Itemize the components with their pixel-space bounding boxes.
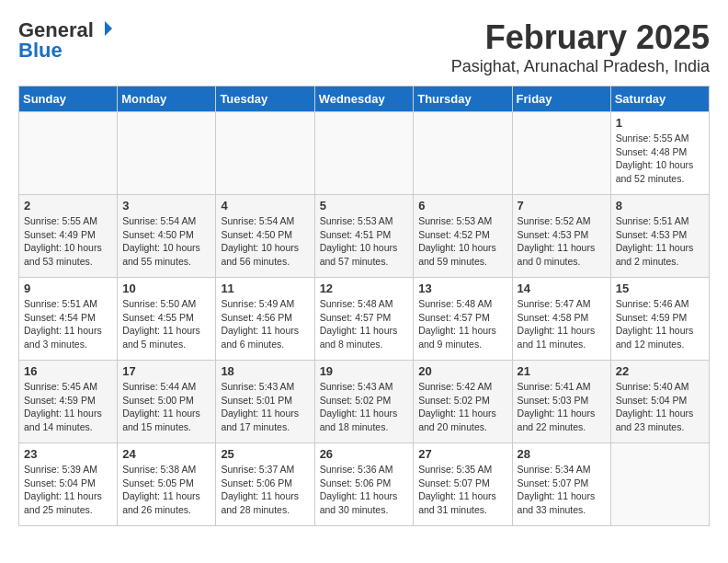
day-info: Sunrise: 5:46 AM Sunset: 4:59 PM Dayligh… (616, 297, 704, 351)
calendar-cell (610, 443, 709, 526)
calendar-week-row: 23Sunrise: 5:39 AM Sunset: 5:04 PM Dayli… (19, 443, 710, 526)
calendar-cell: 24Sunrise: 5:38 AM Sunset: 5:05 PM Dayli… (118, 443, 216, 526)
day-number: 15 (616, 282, 704, 295)
calendar-cell: 26Sunrise: 5:36 AM Sunset: 5:06 PM Dayli… (314, 443, 414, 526)
day-info: Sunrise: 5:36 AM Sunset: 5:06 PM Dayligh… (320, 463, 409, 517)
calendar-cell: 5Sunrise: 5:53 AM Sunset: 4:51 PM Daylig… (314, 195, 414, 278)
weekday-header-monday: Monday (118, 86, 216, 112)
calendar-cell: 28Sunrise: 5:34 AM Sunset: 5:07 PM Dayli… (512, 443, 610, 526)
location-title: Pasighat, Arunachal Pradesh, India (451, 57, 710, 76)
calendar-cell: 3Sunrise: 5:54 AM Sunset: 4:50 PM Daylig… (118, 195, 216, 278)
day-number: 4 (221, 199, 309, 213)
month-title: February 2025 (451, 18, 710, 57)
calendar-cell: 1Sunrise: 5:55 AM Sunset: 4:48 PM Daylig… (610, 112, 709, 195)
weekday-header-saturday: Saturday (610, 86, 709, 112)
calendar-cell: 7Sunrise: 5:52 AM Sunset: 4:53 PM Daylig… (512, 195, 610, 278)
calendar-cell (118, 112, 216, 195)
day-info: Sunrise: 5:35 AM Sunset: 5:07 PM Dayligh… (418, 463, 506, 517)
weekday-header-thursday: Thursday (414, 86, 512, 112)
calendar-cell (414, 112, 512, 195)
day-number: 20 (418, 364, 506, 378)
day-number: 7 (518, 199, 606, 213)
day-number: 21 (518, 364, 606, 378)
day-number: 5 (320, 199, 409, 213)
calendar-cell (512, 112, 610, 195)
day-info: Sunrise: 5:41 AM Sunset: 5:03 PM Dayligh… (518, 380, 606, 434)
svg-marker-0 (105, 21, 112, 36)
day-info: Sunrise: 5:47 AM Sunset: 4:58 PM Dayligh… (518, 297, 606, 351)
day-number: 12 (320, 282, 409, 295)
calendar-cell: 20Sunrise: 5:42 AM Sunset: 5:02 PM Dayli… (414, 361, 512, 443)
logo: General Blue (18, 18, 113, 63)
day-info: Sunrise: 5:51 AM Sunset: 4:54 PM Dayligh… (24, 297, 112, 351)
calendar-cell: 17Sunrise: 5:44 AM Sunset: 5:00 PM Dayli… (118, 361, 216, 443)
day-number: 13 (418, 282, 506, 295)
calendar-week-row: 1Sunrise: 5:55 AM Sunset: 4:48 PM Daylig… (19, 112, 710, 195)
calendar-cell (216, 112, 314, 195)
calendar-week-row: 9Sunrise: 5:51 AM Sunset: 4:54 PM Daylig… (19, 278, 710, 361)
calendar-cell (314, 112, 414, 195)
day-info: Sunrise: 5:34 AM Sunset: 5:07 PM Dayligh… (518, 463, 606, 517)
calendar-cell: 2Sunrise: 5:55 AM Sunset: 4:49 PM Daylig… (19, 195, 118, 278)
logo-flag-icon (97, 20, 113, 40)
day-number: 25 (221, 447, 309, 461)
day-info: Sunrise: 5:43 AM Sunset: 5:01 PM Dayligh… (221, 380, 309, 434)
calendar-week-row: 16Sunrise: 5:45 AM Sunset: 4:59 PM Dayli… (19, 361, 710, 443)
day-number: 24 (122, 447, 210, 461)
day-number: 19 (320, 364, 409, 378)
day-info: Sunrise: 5:54 AM Sunset: 4:50 PM Dayligh… (122, 214, 210, 269)
day-number: 23 (24, 447, 112, 461)
day-number: 8 (616, 199, 704, 213)
calendar-cell: 10Sunrise: 5:50 AM Sunset: 4:55 PM Dayli… (118, 278, 216, 361)
day-info: Sunrise: 5:54 AM Sunset: 4:50 PM Dayligh… (221, 214, 309, 269)
calendar-cell: 9Sunrise: 5:51 AM Sunset: 4:54 PM Daylig… (19, 278, 118, 361)
day-info: Sunrise: 5:48 AM Sunset: 4:57 PM Dayligh… (320, 297, 409, 351)
day-number: 2 (24, 199, 112, 213)
day-info: Sunrise: 5:42 AM Sunset: 5:02 PM Dayligh… (418, 380, 506, 434)
page-header: General Blue February 2025 Pasighat, Aru… (18, 18, 710, 76)
calendar-cell: 19Sunrise: 5:43 AM Sunset: 5:02 PM Dayli… (314, 361, 414, 443)
day-info: Sunrise: 5:39 AM Sunset: 5:04 PM Dayligh… (24, 463, 112, 517)
day-number: 11 (221, 282, 309, 295)
day-number: 28 (518, 447, 606, 461)
calendar-cell: 4Sunrise: 5:54 AM Sunset: 4:50 PM Daylig… (216, 195, 314, 278)
day-number: 3 (122, 199, 210, 213)
calendar-cell: 6Sunrise: 5:53 AM Sunset: 4:52 PM Daylig… (414, 195, 512, 278)
calendar-week-row: 2Sunrise: 5:55 AM Sunset: 4:49 PM Daylig… (19, 195, 710, 278)
day-number: 6 (418, 199, 506, 213)
day-number: 18 (221, 364, 309, 378)
calendar-table: SundayMondayTuesdayWednesdayThursdayFrid… (18, 86, 710, 526)
day-info: Sunrise: 5:44 AM Sunset: 5:00 PM Dayligh… (122, 380, 210, 434)
day-number: 10 (122, 282, 210, 295)
calendar-cell: 13Sunrise: 5:48 AM Sunset: 4:57 PM Dayli… (414, 278, 512, 361)
day-info: Sunrise: 5:53 AM Sunset: 4:51 PM Dayligh… (320, 214, 409, 269)
day-number: 9 (24, 282, 112, 295)
calendar-cell: 14Sunrise: 5:47 AM Sunset: 4:58 PM Dayli… (512, 278, 610, 361)
calendar-cell: 16Sunrise: 5:45 AM Sunset: 4:59 PM Dayli… (19, 361, 118, 443)
calendar-cell: 11Sunrise: 5:49 AM Sunset: 4:56 PM Dayli… (216, 278, 314, 361)
day-info: Sunrise: 5:37 AM Sunset: 5:06 PM Dayligh… (221, 463, 309, 517)
day-number: 16 (24, 364, 112, 378)
day-info: Sunrise: 5:48 AM Sunset: 4:57 PM Dayligh… (418, 297, 506, 351)
calendar-cell: 21Sunrise: 5:41 AM Sunset: 5:03 PM Dayli… (512, 361, 610, 443)
day-number: 17 (122, 364, 210, 378)
calendar-cell: 22Sunrise: 5:40 AM Sunset: 5:04 PM Dayli… (610, 361, 709, 443)
day-number: 22 (616, 364, 704, 378)
day-info: Sunrise: 5:38 AM Sunset: 5:05 PM Dayligh… (122, 463, 210, 517)
weekday-header-sunday: Sunday (19, 86, 118, 112)
day-info: Sunrise: 5:52 AM Sunset: 4:53 PM Dayligh… (518, 214, 606, 269)
calendar-cell: 25Sunrise: 5:37 AM Sunset: 5:06 PM Dayli… (216, 443, 314, 526)
calendar-cell (19, 112, 118, 195)
day-info: Sunrise: 5:45 AM Sunset: 4:59 PM Dayligh… (24, 380, 112, 434)
logo-blue-text: Blue (18, 39, 63, 63)
day-number: 1 (616, 116, 704, 130)
calendar-cell: 27Sunrise: 5:35 AM Sunset: 5:07 PM Dayli… (414, 443, 512, 526)
day-info: Sunrise: 5:55 AM Sunset: 4:49 PM Dayligh… (24, 214, 112, 269)
calendar-cell: 8Sunrise: 5:51 AM Sunset: 4:53 PM Daylig… (610, 195, 709, 278)
day-info: Sunrise: 5:53 AM Sunset: 4:52 PM Dayligh… (418, 214, 506, 269)
day-number: 26 (320, 447, 409, 461)
calendar-cell: 15Sunrise: 5:46 AM Sunset: 4:59 PM Dayli… (610, 278, 709, 361)
day-info: Sunrise: 5:50 AM Sunset: 4:55 PM Dayligh… (122, 297, 210, 351)
weekday-header-wednesday: Wednesday (314, 86, 414, 112)
calendar-cell: 23Sunrise: 5:39 AM Sunset: 5:04 PM Dayli… (19, 443, 118, 526)
